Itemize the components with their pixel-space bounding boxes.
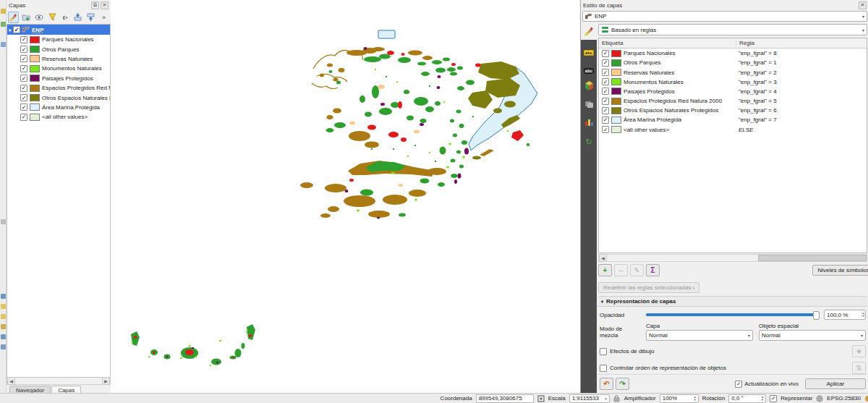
spin-down-icon[interactable]: ▾ [863,315,864,318]
layer-checkbox[interactable]: ✓ [20,46,27,53]
crs-globe-icon[interactable] [816,395,823,402]
rule-row[interactable]: ✓Otros Parques"enp_fgral" = 1 [599,58,867,67]
apply-button[interactable]: Aplicar [805,378,866,389]
rule-checkbox[interactable]: ✓ [602,88,609,95]
close-panel-icon[interactable]: ✕ [101,1,109,9]
rule-row[interactable]: ✓Paisajes Protegidos"enp_fgral" = 4 [599,87,867,96]
rule-row[interactable]: ✓Parques Nacionales"enp_fgral" = 8 [599,48,867,58]
layer-checkbox[interactable]: ✓ [20,36,27,43]
layers-hscrollbar[interactable]: ◀ ▶ [7,378,111,385]
rule-row[interactable]: ✓Monumentos Naturales"enp_fgral" = 3 [599,77,867,87]
extents-toggle-icon[interactable] [537,395,545,402]
tab-labels[interactable]: abc [584,44,594,57]
layer-blend-combo[interactable]: Normal ▾ [646,330,753,341]
render-checkbox[interactable]: ✓ [770,395,777,402]
live-update-checkbox[interactable]: ✓ [735,381,742,388]
layer-item[interactable]: ✓Monumentos Naturales [7,64,110,73]
expand-all-button[interactable] [72,12,83,23]
layer-item[interactable]: ✓<all other values> [7,112,110,122]
layer-item[interactable]: ✓Reservas Naturales [7,54,110,64]
layer-item[interactable]: ✓Paisajes Protegidos [7,74,110,83]
layer-item[interactable]: ✓Área Marina Protegida [7,103,110,112]
tab-diagrams[interactable] [584,116,594,130]
rule-row[interactable]: ✓Otros Espacios Naturales Protegidos"enp… [599,106,867,115]
order-options-button[interactable]: ⇅ [852,362,866,374]
lock-scale-icon[interactable] [613,395,621,402]
manage-map-themes-button[interactable] [34,12,45,23]
rule-checkbox[interactable]: ✓ [602,116,609,124]
layer-checkbox[interactable]: ✓ [20,94,27,101]
magnifier-spinbox[interactable]: 100% ▴▾ [660,394,699,403]
edge-icon-fragment[interactable] [1,304,6,309]
layer-checkbox[interactable]: ✓ [20,85,27,92]
layer-checkbox[interactable]: ✓ [20,65,27,72]
column-regla[interactable]: Regla [736,40,867,46]
layer-rendering-section[interactable]: ▾ Representación de capas [598,296,867,307]
edge-icon-fragment[interactable] [1,334,6,339]
layer-checkbox[interactable]: ✓ [20,103,27,111]
filter-legend-expression-button[interactable]: ε▾ [60,12,71,23]
layer-checkbox[interactable]: ✓ [20,114,27,121]
edge-icon-fragment[interactable] [1,42,6,47]
rotation-spinbox[interactable]: 0,0 ° ▴▾ [728,394,766,403]
rule-row[interactable]: ✓Espacios Protegidos Red Natura 2000"enp… [599,96,867,106]
toolbar-overflow-button[interactable]: » [98,12,109,23]
rules-hscrollbar[interactable]: ◀ [598,254,867,262]
layer-checkbox[interactable]: ✓ [20,55,27,62]
rule-checkbox[interactable]: ✓ [602,59,609,67]
edge-icon-fragment[interactable] [1,344,6,349]
layer-selector-combo[interactable]: ENP ▾ [582,11,867,22]
undo-button[interactable]: ↶ [600,378,613,390]
rule-checkbox[interactable]: ✓ [602,126,609,133]
close-panel-icon[interactable]: ✕ [859,1,867,9]
edit-rule-button[interactable]: ✎ [630,264,644,276]
renderer-combo[interactable]: Basado en reglas ▾ [598,24,867,35]
scroll-left-icon[interactable]: ◀ [599,254,607,262]
tab-3d-view[interactable] [584,80,594,93]
add-rule-button[interactable]: + [598,264,612,276]
layer-item[interactable]: ✓Otros Espacios Naturales Protegidos [7,93,110,102]
tab-callouts[interactable]: abc [584,62,594,75]
edge-icon-fragment[interactable] [1,314,6,319]
coordinate-input[interactable]: 899549,3080675 [476,394,534,403]
effects-options-button[interactable]: ★ [852,345,866,357]
scale-combo[interactable]: 1:9115533 ▾ [569,394,610,403]
tab-symbology[interactable] [581,22,597,40]
opacity-slider[interactable] [646,310,820,319]
messages-icon[interactable] [864,395,868,402]
float-panel-icon[interactable]: ⧉ [91,1,99,9]
add-group-button[interactable] [21,12,32,23]
opacity-spinbox[interactable]: 100,0 % ▴▾ [824,310,866,320]
spin-down-icon[interactable]: ▾ [694,399,695,402]
tab-history[interactable]: ↻ [585,135,592,148]
crs-value[interactable]: EPSG:25830 [827,395,861,402]
rule-checkbox[interactable]: ✓ [602,50,609,57]
scroll-left-icon[interactable]: ◀ [7,377,15,385]
expand-arrow-icon[interactable]: ▾ [9,27,11,33]
layer-checkbox[interactable]: ✓ [20,75,27,82]
collapse-all-button[interactable] [85,12,96,23]
filter-legend-button[interactable] [47,12,58,23]
rule-checkbox[interactable]: ✓ [602,69,609,76]
edge-icon-fragment[interactable] [1,294,6,299]
control-order-checkbox[interactable] [600,365,607,372]
symbol-levels-button[interactable]: Niveles de símbolos [812,265,868,276]
map-canvas[interactable] [111,0,580,393]
edge-icon-fragment[interactable] [1,219,6,224]
edge-icon-fragment[interactable] [1,22,6,27]
rule-row[interactable]: ✓<all other values>ELSE [599,125,867,135]
refine-rules-button[interactable]: Redefinir las reglas seleccionadas ▾ [598,282,699,293]
scroll-right-icon[interactable]: ▶ [102,377,110,385]
spin-down-icon[interactable]: ▾ [762,399,763,402]
edge-icon-fragment[interactable] [1,9,6,14]
rule-row[interactable]: ✓Reservas Naturales"enp_fgral" = 2 [599,67,867,77]
column-etiqueta[interactable]: Etiqueta [599,40,736,46]
remove-rule-button[interactable]: – [614,264,628,276]
layer-item[interactable]: ✓Espacios Protegidos Red Natura 2000 [7,83,110,93]
edge-icon-fragment[interactable] [1,324,6,329]
draw-effects-checkbox[interactable] [600,348,607,355]
group-checkbox[interactable]: ✓ [13,26,20,33]
rule-row[interactable]: ✓Área Marina Protegida"enp_fgral" = 7 [599,115,867,124]
layer-item[interactable]: ✓Parques Nacionales [7,35,110,44]
tab-masks[interactable] [584,98,594,111]
